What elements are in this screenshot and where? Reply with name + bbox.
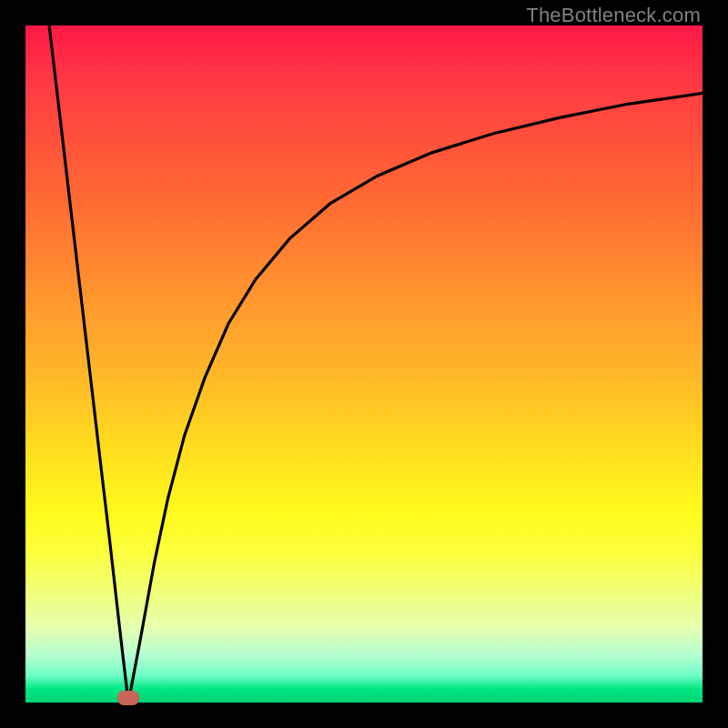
bottleneck-marker xyxy=(117,691,139,705)
chart-curves xyxy=(25,25,703,703)
watermark-label: TheBottleneck.com xyxy=(526,4,701,27)
chart-frame xyxy=(25,25,703,703)
chart-gradient-bg xyxy=(25,25,703,703)
